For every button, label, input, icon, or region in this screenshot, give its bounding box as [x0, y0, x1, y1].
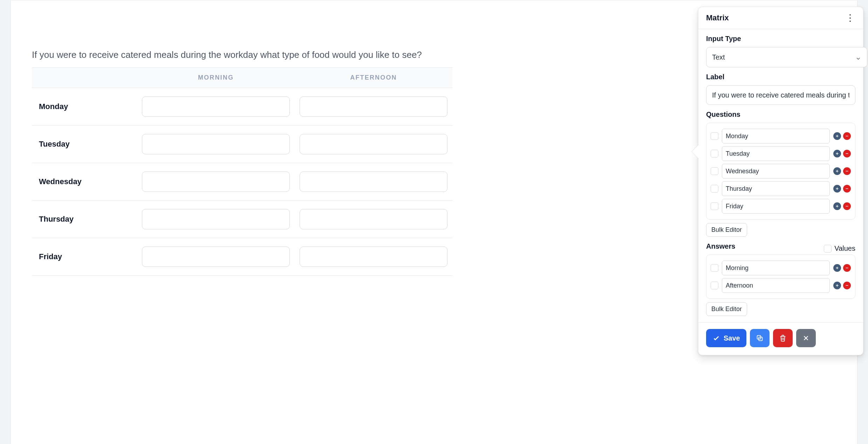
- question-item-input[interactable]: [722, 199, 830, 214]
- add-item-icon[interactable]: [833, 264, 841, 272]
- drag-handle-icon[interactable]: [711, 150, 718, 157]
- section-label: Answers: [706, 242, 735, 250]
- matrix-cell-input[interactable]: [142, 171, 290, 192]
- check-icon: [712, 334, 720, 342]
- list-item: [711, 259, 851, 277]
- questions-list: [706, 123, 855, 220]
- values-toggle-label: Values: [834, 244, 855, 253]
- drag-handle-icon[interactable]: [711, 167, 718, 175]
- matrix-cell-input[interactable]: [300, 134, 447, 154]
- drag-handle-icon[interactable]: [711, 282, 718, 289]
- answers-list: [706, 255, 855, 299]
- remove-item-icon[interactable]: [843, 264, 851, 272]
- question-label: If you were to receive catered meals dur…: [32, 49, 452, 60]
- matrix-cell-input[interactable]: [142, 209, 290, 229]
- answer-item-input[interactable]: [722, 278, 830, 293]
- row-label: Monday: [32, 88, 137, 126]
- section-label-field: Label: [698, 67, 863, 105]
- save-button[interactable]: Save: [706, 329, 746, 347]
- list-item: [711, 145, 851, 162]
- row-label: Wednesday: [32, 163, 137, 201]
- section-label: Input Type: [706, 35, 855, 43]
- matrix-cell-input[interactable]: [300, 171, 447, 192]
- remove-item-icon[interactable]: [843, 282, 851, 289]
- answer-item-input[interactable]: [722, 261, 830, 275]
- section-label: Questions: [706, 110, 855, 119]
- input-type-select[interactable]: Text ⌄: [706, 47, 855, 67]
- delete-button[interactable]: [773, 329, 793, 347]
- matrix-table: MORNING AFTERNOON Monday Tuesday Wednesd…: [32, 67, 452, 276]
- row-label: Tuesday: [32, 126, 137, 163]
- drag-handle-icon[interactable]: [711, 132, 718, 140]
- matrix-head-rowlabel: [32, 67, 137, 88]
- drag-handle-icon[interactable]: [711, 202, 718, 210]
- add-item-icon[interactable]: [833, 150, 841, 157]
- add-item-icon[interactable]: [833, 167, 841, 175]
- add-item-icon[interactable]: [833, 202, 841, 210]
- properties-panel: Matrix ⋮ Input Type Text ⌄ Label Questio…: [698, 7, 863, 355]
- bulk-editor-questions-button[interactable]: Bulk Editor: [706, 223, 747, 237]
- row-label: Thursday: [32, 201, 137, 238]
- table-row: Monday: [32, 88, 452, 126]
- matrix-cell-input[interactable]: [142, 134, 290, 154]
- section-questions: Questions: [698, 105, 863, 237]
- drag-handle-icon[interactable]: [711, 264, 718, 272]
- matrix-cell-input[interactable]: [142, 247, 290, 267]
- table-row: Tuesday: [32, 126, 452, 163]
- remove-item-icon[interactable]: [843, 150, 851, 157]
- copy-icon: [756, 334, 764, 342]
- remove-item-icon[interactable]: [843, 167, 851, 175]
- section-input-type: Input Type Text ⌄: [698, 29, 863, 67]
- question-block: If you were to receive catered meals dur…: [11, 0, 473, 276]
- list-item: [711, 162, 851, 180]
- remove-item-icon[interactable]: [843, 185, 851, 193]
- add-item-icon[interactable]: [833, 282, 841, 289]
- matrix-head-col-0: MORNING: [137, 67, 295, 88]
- trash-icon: [779, 334, 787, 342]
- matrix-cell-input[interactable]: [142, 96, 290, 117]
- section-label: Label: [706, 73, 855, 81]
- list-item: [711, 180, 851, 197]
- table-row: Thursday: [32, 201, 452, 238]
- panel-title: Matrix: [706, 13, 729, 22]
- add-item-icon[interactable]: [833, 185, 841, 193]
- values-toggle[interactable]: Values: [824, 244, 855, 253]
- list-item: [711, 277, 851, 294]
- list-item: [711, 127, 851, 145]
- drag-handle-icon[interactable]: [711, 185, 718, 193]
- remove-item-icon[interactable]: [843, 202, 851, 210]
- duplicate-button[interactable]: [750, 329, 770, 347]
- form-canvas: If you were to receive catered meals dur…: [11, 0, 857, 444]
- chevron-down-icon: ⌄: [855, 53, 861, 62]
- row-label: Friday: [32, 238, 137, 276]
- section-answers: Answers Values: [698, 237, 863, 316]
- save-button-label: Save: [724, 334, 740, 342]
- values-checkbox[interactable]: [824, 245, 832, 253]
- question-item-input[interactable]: [722, 129, 830, 143]
- close-button[interactable]: [796, 329, 816, 347]
- panel-header: Matrix ⋮: [698, 7, 863, 29]
- matrix-cell-input[interactable]: [300, 209, 447, 229]
- list-item: [711, 197, 851, 215]
- more-menu-icon[interactable]: ⋮: [845, 13, 855, 22]
- matrix-cell-input[interactable]: [300, 247, 447, 267]
- question-item-input[interactable]: [722, 181, 830, 196]
- table-row: Friday: [32, 238, 452, 276]
- remove-item-icon[interactable]: [843, 132, 851, 140]
- question-item-input[interactable]: [722, 164, 830, 179]
- table-row: Wednesday: [32, 163, 452, 201]
- add-item-icon[interactable]: [833, 132, 841, 140]
- label-input[interactable]: [706, 85, 855, 105]
- matrix-head-col-1: AFTERNOON: [295, 67, 452, 88]
- panel-footer: Save: [698, 322, 863, 355]
- input-type-value: Text: [712, 53, 725, 61]
- question-item-input[interactable]: [722, 146, 830, 161]
- matrix-cell-input[interactable]: [300, 96, 447, 117]
- close-icon: [802, 334, 810, 342]
- bulk-editor-answers-button[interactable]: Bulk Editor: [706, 302, 747, 316]
